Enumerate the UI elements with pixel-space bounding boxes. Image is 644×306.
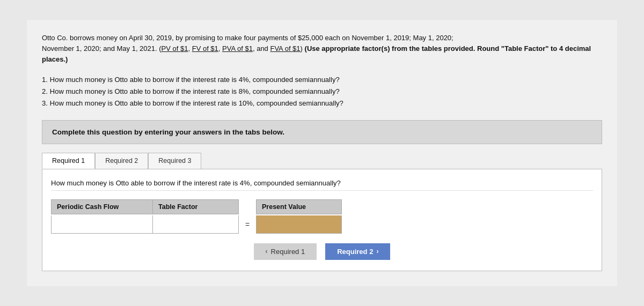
pva-link[interactable]: PVA of $1 [222,44,253,53]
input-table: Periodic Cash Flow Table Factor Present … [51,199,593,234]
tab-bar: Required 1 Required 2 Required 3 [42,153,602,169]
q1-text: How much money is Otto able to borrow if… [50,74,340,86]
problem-text: Otto Co. borrows money on April 30, 2019… [42,33,602,65]
q1-number: 1. [42,74,48,86]
text-part3: ) [301,44,305,53]
fva-link[interactable]: FVA of $1 [270,44,300,53]
tab-required-2[interactable]: Required 2 [95,153,148,169]
question-2: 2. How much money is Otto able to borrow… [42,86,602,98]
col-present-value-header: Present Value [256,199,342,214]
question-3: 3. How much money is Otto able to borrow… [42,98,602,109]
question-1: 1. How much money is Otto able to borrow… [42,74,602,86]
equals-spacer [239,199,256,214]
questions-list: 1. How much money is Otto able to borrow… [42,74,602,109]
q3-number: 3. [42,98,48,109]
col-periodic-header: Periodic Cash Flow [51,199,153,214]
periodic-cash-flow-input[interactable] [52,215,152,233]
active-tab-question: How much money is Otto able to borrow if… [51,176,593,191]
present-value-cell [256,215,342,234]
complete-instruction-box: Complete this question by entering your … [42,120,602,144]
nav-buttons: ‹ Required 1 Required 2 › [51,243,593,260]
q2-number: 2. [42,86,48,98]
prev-chevron-icon: ‹ [266,248,268,255]
problem-line2-start: November 1, 2020; and May 1, 2021. ( [42,44,162,53]
table-input-row: = [51,215,593,234]
col-table-factor-header: Table Factor [153,199,239,214]
fv-link[interactable]: FV of $1 [192,44,218,53]
periodic-cash-flow-input-cell[interactable] [51,215,153,234]
comma3: , and [253,44,270,53]
equals-sign: = [239,215,256,234]
table-factor-input-cell[interactable] [153,215,239,234]
comma1: , [188,44,192,53]
q3-text: How much money is Otto able to borrow if… [50,98,343,109]
prev-button[interactable]: ‹ Required 1 [254,243,317,260]
pv-link[interactable]: PV of $1 [162,44,188,53]
next-chevron-icon: › [376,248,378,255]
tab-required-3[interactable]: Required 3 [148,153,201,169]
next-button-label: Required 2 [337,248,373,256]
complete-instruction-text: Complete this question by entering your … [52,128,284,136]
comma2: , [218,44,222,53]
problem-line1: Otto Co. borrows money on April 30, 2019… [42,34,453,42]
table-factor-input[interactable] [153,215,238,233]
prev-button-label: Required 1 [271,248,305,256]
tab-required-1[interactable]: Required 1 [42,153,95,169]
q2-text: How much money is Otto able to borrow if… [50,86,340,98]
tab-content-area: How much money is Otto able to borrow if… [42,169,602,271]
page-wrapper: Otto Co. borrows money on April 30, 2019… [27,20,617,286]
table-header-row: Periodic Cash Flow Table Factor Present … [51,199,593,214]
next-button[interactable]: Required 2 › [325,243,390,260]
